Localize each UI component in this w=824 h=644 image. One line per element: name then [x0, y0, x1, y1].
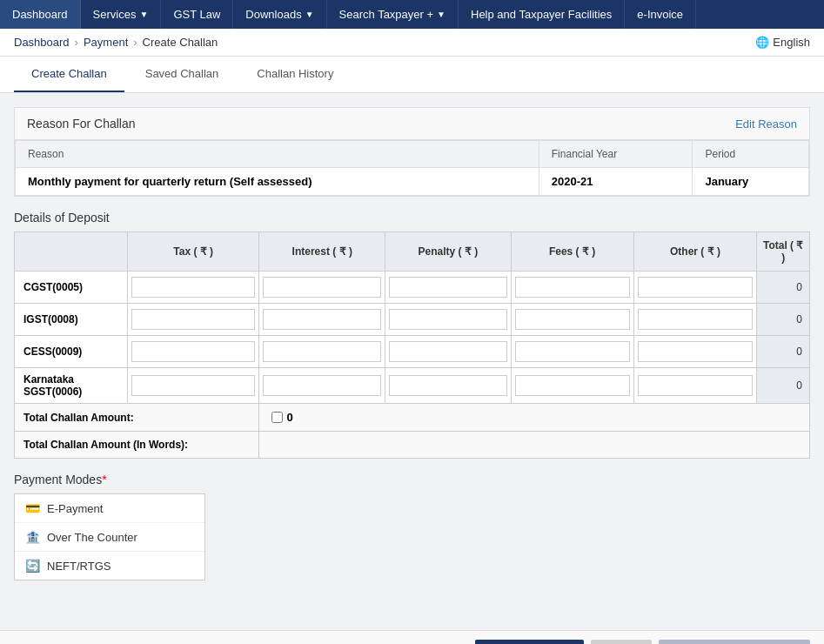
edit-reason-link[interactable]: Edit Reason — [735, 117, 797, 131]
penalty-input-0[interactable] — [389, 277, 507, 298]
row-total-3: 0 — [757, 368, 810, 404]
reason-table: Reason Financial Year Period Monthly pay… — [15, 140, 809, 196]
row-tax-3[interactable] — [128, 368, 259, 404]
row-interest-0[interactable] — [259, 272, 385, 304]
row-interest-3[interactable] — [259, 368, 385, 404]
total-challan-checkbox[interactable] — [271, 412, 283, 423]
total-challan-row: Total Challan Amount: 0 — [15, 404, 810, 432]
edit-reason-button[interactable]: EDIT REASON — [475, 640, 584, 644]
nav-item-gst-law[interactable]: GST Law — [161, 0, 233, 29]
payment-option-e-payment[interactable]: 💳 E-Payment — [15, 494, 204, 523]
interest-input-1[interactable] — [263, 309, 381, 330]
tax-input-1[interactable] — [131, 309, 255, 330]
nav-item-dashboard[interactable]: Dashboard — [0, 0, 81, 29]
chevron-down-icon: ▼ — [139, 10, 148, 19]
breadcrumb-payment[interactable]: Payment — [84, 36, 128, 49]
col-head-other: Other ( ₹ ) — [633, 232, 757, 272]
row-penalty-3[interactable] — [385, 368, 512, 404]
generate-challan-button[interactable]: GENERATE CHALLAN — [659, 640, 810, 644]
other-input-1[interactable] — [638, 309, 754, 330]
deposit-row: CESS(0009) 0 — [15, 336, 810, 368]
col-head-tax: Tax ( ₹ ) — [128, 232, 259, 272]
row-penalty-2[interactable] — [385, 336, 512, 368]
breadcrumb-dashboard[interactable]: Dashboard — [14, 36, 70, 49]
row-other-0[interactable] — [633, 272, 757, 304]
total-words-label: Total Challan Amount (In Words): — [15, 432, 259, 459]
row-penalty-1[interactable] — [385, 304, 512, 336]
payment-options-list: 💳 E-Payment 🏦 Over The Counter 🔄 NEFT/RT… — [14, 493, 205, 580]
total-challan-label: Total Challan Amount: — [15, 404, 259, 432]
save-button[interactable]: SAVE — [591, 640, 652, 644]
fees-input-3[interactable] — [515, 375, 630, 396]
globe-icon: 🌐 — [755, 36, 769, 49]
deposit-row: CGST(0005) 0 — [15, 272, 810, 304]
penalty-input-3[interactable] — [389, 375, 507, 396]
tab-challan-history[interactable]: Challan History — [239, 57, 351, 92]
tax-input-2[interactable] — [131, 341, 255, 362]
col-head-penalty: Penalty ( ₹ ) — [385, 232, 512, 272]
col-financial-year: Financial Year — [539, 141, 693, 168]
fees-input-2[interactable] — [515, 341, 630, 362]
row-other-3[interactable] — [633, 368, 757, 404]
nav-item-help[interactable]: Help and Taxpayer Facilities — [459, 0, 625, 29]
row-interest-1[interactable] — [259, 304, 385, 336]
interest-input-3[interactable] — [263, 375, 381, 396]
payment-option-over-counter[interactable]: 🏦 Over The Counter — [15, 523, 204, 552]
breadcrumb: Dashboard › Payment › Create Challan — [14, 36, 218, 49]
row-penalty-0[interactable] — [385, 272, 512, 304]
top-navigation: Dashboard Services ▼ GST Law Downloads ▼… — [0, 0, 824, 29]
tab-create-challan[interactable]: Create Challan — [14, 57, 124, 92]
nav-item-services[interactable]: Services ▼ — [81, 0, 162, 29]
other-input-2[interactable] — [638, 341, 754, 362]
row-tax-0[interactable] — [128, 272, 259, 304]
reason-section-header: Reason For Challan Edit Reason — [15, 108, 809, 140]
penalty-input-2[interactable] — [389, 341, 507, 362]
financial-year-value: 2020-21 — [539, 168, 693, 196]
breadcrumb-current: Create Challan — [143, 36, 218, 49]
col-head-fees: Fees ( ₹ ) — [511, 232, 633, 272]
row-label-2: CESS(0009) — [15, 336, 128, 368]
required-indicator: * — [102, 473, 106, 486]
nav-item-search-taxpayer[interactable]: Search Taxpayer + ▼ — [327, 0, 459, 29]
other-input-3[interactable] — [638, 375, 754, 396]
row-total-0: 0 — [757, 272, 810, 304]
nav-item-downloads[interactable]: Downloads ▼ — [233, 0, 326, 29]
deposit-section: Details of Deposit Tax ( ₹ ) Interest ( … — [14, 211, 810, 459]
breadcrumb-separator: › — [133, 36, 137, 49]
col-reason: Reason — [16, 141, 539, 168]
payment-option-neft-rtgs[interactable]: 🔄 NEFT/RTGS — [15, 552, 204, 580]
breadcrumb-bar: Dashboard › Payment › Create Challan 🌐 E… — [0, 29, 824, 57]
row-fees-0[interactable] — [511, 272, 633, 304]
transfer-icon: 🔄 — [25, 559, 40, 573]
row-fees-1[interactable] — [511, 304, 633, 336]
row-fees-3[interactable] — [511, 368, 633, 404]
interest-input-0[interactable] — [263, 277, 381, 298]
tax-input-3[interactable] — [131, 375, 255, 396]
tax-input-0[interactable] — [131, 277, 255, 298]
fees-input-0[interactable] — [515, 277, 630, 298]
total-words-value — [259, 432, 810, 459]
interest-input-2[interactable] — [263, 341, 381, 362]
nav-item-e-invoice[interactable]: e-Invoice — [625, 0, 696, 29]
deposit-table: Tax ( ₹ ) Interest ( ₹ ) Penalty ( ₹ ) F… — [14, 231, 810, 459]
row-fees-2[interactable] — [511, 336, 633, 368]
breadcrumb-separator: › — [75, 36, 78, 49]
bottom-action-bar: EDIT REASON SAVE GENERATE CHALLAN — [0, 630, 824, 644]
penalty-input-1[interactable] — [389, 309, 507, 330]
row-tax-2[interactable] — [128, 336, 259, 368]
row-interest-2[interactable] — [259, 336, 385, 368]
deposit-row: Karnataka SGST(0006) 0 — [15, 368, 810, 404]
row-tax-1[interactable] — [128, 304, 259, 336]
payment-modes-title: Payment Modes* — [14, 473, 810, 486]
row-other-1[interactable] — [633, 304, 757, 336]
col-head-total: Total ( ₹ ) — [757, 232, 810, 272]
reason-for-challan-section: Reason For Challan Edit Reason Reason Fi… — [14, 107, 810, 197]
fees-input-1[interactable] — [515, 309, 630, 330]
tab-saved-challan[interactable]: Saved Challan — [128, 57, 237, 92]
other-input-0[interactable] — [638, 277, 754, 298]
reason-section-title: Reason For Challan — [27, 117, 136, 131]
deposit-section-title: Details of Deposit — [14, 211, 810, 225]
row-other-2[interactable] — [633, 336, 757, 368]
credit-card-icon: 💳 — [25, 501, 40, 515]
language-selector[interactable]: 🌐 English — [755, 36, 810, 49]
